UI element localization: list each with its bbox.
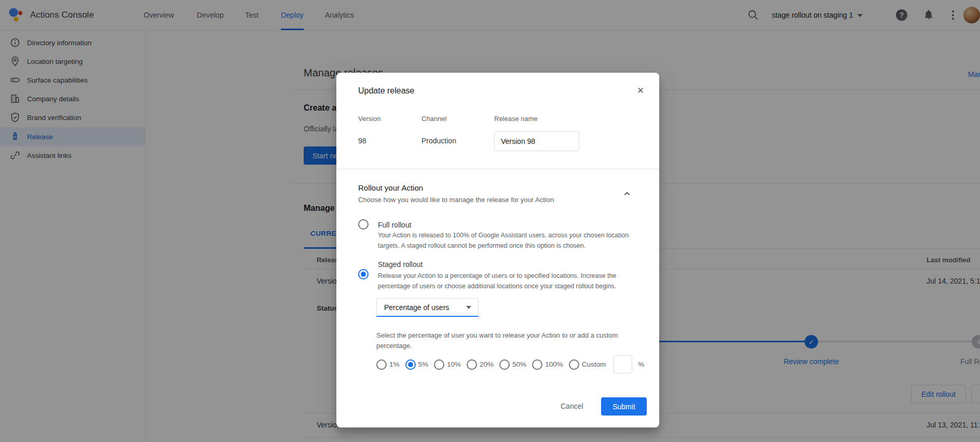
version-label: Version [358,115,380,123]
staged-rollout-description-line2: percentage of users or choose additional… [378,283,616,290]
percent-radio[interactable] [467,359,477,370]
percent-radio[interactable] [569,359,579,370]
full-rollout-label: Full rollout [378,221,412,229]
rollout-section-subtitle: Choose how you would like to manage the … [358,196,554,204]
percent-option-20[interactable]: 20% [467,359,494,370]
percent-radio[interactable] [499,359,510,370]
percent-option-label: 1% [389,360,400,368]
release-name-label: Release name [494,115,538,123]
rollout-type-select[interactable]: Percentage of users [376,298,479,317]
percent-radio[interactable] [434,359,444,370]
custom-percentage-input[interactable] [614,355,632,373]
rollout-section-title: Rollout your Action [358,183,423,192]
percent-option-5[interactable]: 5% [405,359,429,370]
release-name-input[interactable] [494,131,579,151]
percent-radio[interactable] [532,359,542,370]
percent-option-100[interactable]: 100% [532,359,563,370]
percent-option-50[interactable]: 50% [499,359,526,370]
staged-rollout-description-line1: Release your Action to a percentage of u… [378,272,616,279]
percentage-hint-line1: Select the percentage of user you want t… [376,331,618,339]
percent-radio-selected[interactable] [405,359,416,370]
staged-rollout-label: Staged rollout [378,260,423,269]
staged-rollout-radio[interactable] [358,269,369,279]
update-release-dialog: Update release ✕ Version Channel Release… [336,73,659,427]
percent-option-label: 5% [418,360,429,368]
dialog-title: Update release [358,86,415,96]
full-rollout-description-line2: targets. A staged rollout cannot be perf… [378,242,586,249]
full-rollout-description-line1: Your Action is released to 100% of Googl… [378,232,629,239]
close-icon[interactable]: ✕ [634,85,647,97]
percent-option-label: 100% [545,360,563,368]
cancel-button[interactable]: Cancel [556,400,588,412]
version-value: 98 [358,137,366,145]
percent-option-custom[interactable]: Custom [569,359,606,370]
percent-option-label: Custom [582,360,606,368]
percent-unit-label: % [638,360,644,368]
percentage-options-row: 1% 5% 10% 20% 50% 100% Custom % [376,355,644,373]
percent-option-10[interactable]: 10% [434,359,461,370]
select-caret-icon [466,306,471,309]
percent-option-1[interactable]: 1% [376,359,400,370]
channel-value: Production [421,137,456,145]
collapse-rollout-chevron-icon[interactable] [622,189,632,198]
percent-option-label: 20% [480,360,494,368]
channel-label: Channel [421,115,446,123]
full-rollout-radio[interactable] [358,219,369,230]
dialog-divider [336,169,659,169]
percent-option-label: 10% [447,360,461,368]
percentage-hint-line2: percentage. [376,342,412,350]
rollout-type-value: Percentage of users [384,303,449,312]
percent-option-label: 50% [512,360,526,368]
submit-button[interactable]: Submit [601,397,647,416]
percent-radio[interactable] [376,359,387,370]
